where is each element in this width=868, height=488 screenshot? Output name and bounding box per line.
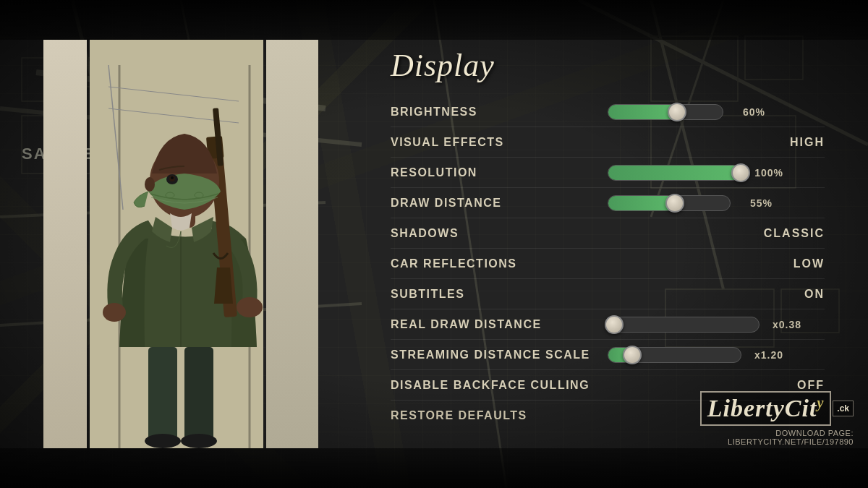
svg-point-26 xyxy=(181,434,217,448)
brightness-slider-track[interactable] xyxy=(608,104,723,120)
setting-row-real-draw-distance: REAL DRAW DISTANCE x0.38 xyxy=(391,309,825,340)
streaming-distance-slider-container[interactable]: x1.20 xyxy=(608,347,825,363)
brightness-label: BRIGHTNESS xyxy=(391,106,608,119)
resolution-value: 100% xyxy=(747,167,783,179)
draw-distance-label: DRAW DISTANCE xyxy=(391,197,608,210)
resolution-thumb[interactable] xyxy=(731,163,750,182)
draw-distance-slider-track[interactable] xyxy=(608,195,731,211)
shadows-value[interactable]: CLASSIC xyxy=(764,227,825,240)
brightness-fill xyxy=(608,105,677,119)
brightness-value: 60% xyxy=(729,106,765,118)
backface-culling-value[interactable]: OFF xyxy=(797,379,825,392)
streaming-distance-thumb[interactable] xyxy=(623,346,642,364)
resolution-fill xyxy=(608,166,741,180)
restore-defaults-label[interactable]: RESTORE DEFAULTS xyxy=(391,409,608,422)
svg-point-39 xyxy=(145,177,155,192)
setting-row-brightness: BRIGHTNESS 60% xyxy=(391,97,825,127)
setting-row-draw-distance: DRAW DISTANCE 55% xyxy=(391,188,825,218)
real-draw-distance-label: REAL DRAW DISTANCE xyxy=(391,318,608,331)
car-reflections-value[interactable]: LOW xyxy=(793,257,825,270)
setting-row-visual-effects: VISUAL EFFECTS HIGH xyxy=(391,127,825,158)
streaming-distance-label: STREAMING DISTANCE SCALE xyxy=(391,348,608,361)
svg-rect-23 xyxy=(148,347,177,441)
character-illustration xyxy=(43,40,318,448)
subtitles-value[interactable]: ON xyxy=(804,288,825,301)
character-panel xyxy=(43,40,318,448)
visual-effects-label: VISUAL EFFECTS xyxy=(391,136,608,149)
settings-list: BRIGHTNESS 60% VISUAL EFFECTS HIGH RESOL… xyxy=(391,97,825,431)
resolution-slider-track[interactable] xyxy=(608,165,741,181)
setting-row-resolution: RESOLUTION 100% xyxy=(391,158,825,188)
resolution-slider-container[interactable]: 100% xyxy=(608,165,825,181)
svg-line-21 xyxy=(109,87,239,101)
bottom-bar xyxy=(0,448,868,488)
real-draw-distance-slider-container[interactable]: x0.38 xyxy=(608,317,825,333)
setting-row-shadows: SHADOWS CLASSIC xyxy=(391,218,825,249)
streaming-distance-slider-track[interactable] xyxy=(608,347,741,363)
svg-point-25 xyxy=(145,434,181,448)
liberty-city-watermark: LibertyCity .ck DOWNLOAD PAGE: LIBERTYCI… xyxy=(700,391,854,446)
svg-point-27 xyxy=(237,297,263,317)
svg-point-38 xyxy=(171,176,174,179)
svg-point-28 xyxy=(103,303,126,322)
draw-distance-slider-container[interactable]: 55% xyxy=(608,195,825,211)
real-draw-distance-value: x0.38 xyxy=(765,319,801,330)
shadows-label: SHADOWS xyxy=(391,227,608,240)
setting-row-subtitles: SUBTITLES ON xyxy=(391,279,825,309)
brightness-thumb[interactable] xyxy=(668,103,686,121)
character-art xyxy=(43,40,318,448)
brightness-slider-container[interactable]: 60% xyxy=(608,104,825,120)
top-bar xyxy=(0,0,868,40)
download-label: DOWNLOAD PAGE: xyxy=(700,429,854,437)
page-title: Display xyxy=(391,47,825,84)
backface-culling-label: DISABLE BACKFACE CULLING xyxy=(391,379,608,392)
settings-panel: Display BRIGHTNESS 60% VISUAL EFFECTS HI… xyxy=(391,47,825,431)
resolution-label: RESOLUTION xyxy=(391,166,608,179)
draw-distance-thumb[interactable] xyxy=(665,194,684,213)
liberty-city-download-info: DOWNLOAD PAGE: LIBERTYCITY.NET/FILE/1978… xyxy=(700,429,854,446)
streaming-distance-value: x1.20 xyxy=(747,349,783,361)
download-url: LIBERTYCITY.NET/FILE/197890 xyxy=(700,437,854,446)
svg-rect-24 xyxy=(184,347,213,441)
real-draw-distance-slider-track[interactable] xyxy=(608,317,760,333)
liberty-city-logo-box: LibertyCity .ck xyxy=(700,391,854,426)
liberty-city-pack-label: .ck xyxy=(833,401,854,416)
setting-row-streaming-distance: STREAMING DISTANCE SCALE x1.20 xyxy=(391,340,825,370)
setting-row-car-reflections: CAR REFLECTIONS LOW xyxy=(391,249,825,279)
liberty-city-logo-text: LibertyCity xyxy=(700,391,832,426)
real-draw-distance-thumb[interactable] xyxy=(605,315,624,334)
car-reflections-label: CAR REFLECTIONS xyxy=(391,257,608,270)
draw-distance-value: 55% xyxy=(736,197,773,209)
subtitles-label: SUBTITLES xyxy=(391,288,608,301)
visual-effects-value[interactable]: HIGH xyxy=(790,136,825,149)
